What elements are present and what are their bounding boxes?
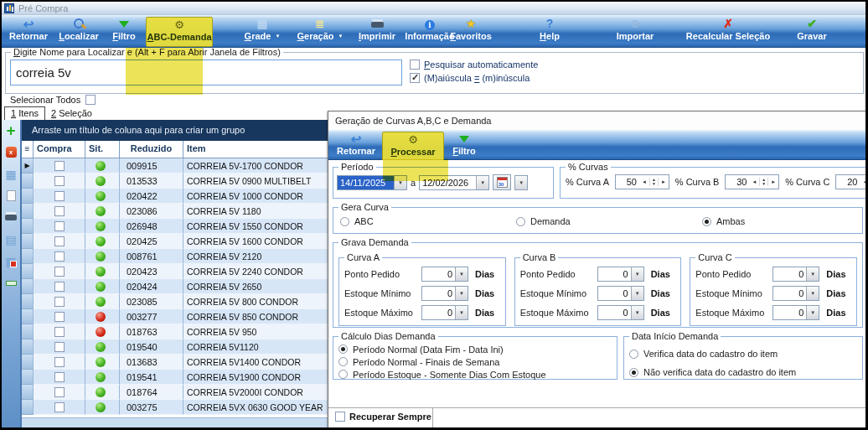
select-all-option[interactable]: Selecionar Todos [10,95,96,105]
estoque-m-ximo-dropdown[interactable]: 0▼ [597,305,644,320]
collapse-button[interactable] [4,276,18,290]
tab-2[interactable]: 2 Seleção [45,107,98,120]
spin-updown[interactable]: ▲▼ [649,178,659,186]
radio-unselected-icon[interactable] [338,370,348,379]
add-row-button[interactable]: + [4,123,18,137]
table-view-button[interactable]: ▤ [4,232,18,246]
dialog-toolbar-processar-button[interactable]: ⚙Processar [382,132,444,162]
compra-checkbox[interactable] [54,327,65,337]
compra-checkbox[interactable] [54,402,65,412]
chevron-down-icon[interactable]: ▼ [806,267,819,281]
spin-left-icon[interactable]: ◄ [749,179,759,184]
spin-right-icon[interactable]: ► [768,179,778,184]
toolbar-abc-demanda-button[interactable]: ⚙ABC-Demanda [146,17,213,47]
column-header-reduzido[interactable]: Reduzido [120,141,183,158]
radio-unselected-icon[interactable] [629,350,638,359]
toolbar-grade-button[interactable]: ▦Grade▼ [238,17,287,47]
compra-checkbox[interactable] [54,342,65,352]
toolbar-filtro-button[interactable]: Filtro [106,17,142,47]
toolbar-gera-o-button[interactable]: ≣Geração▼ [290,17,350,47]
calendar-dropdown[interactable]: ▼ [514,175,528,190]
delete-row-button[interactable]: x [4,145,18,159]
radio-selected-icon[interactable] [702,217,711,226]
compra-checkbox[interactable] [54,161,65,171]
dropdown-arrow-icon[interactable]: ▼ [338,34,344,39]
recuperar-sempre-option[interactable]: Recuperar Sempre [335,412,431,422]
select-all-checkbox[interactable] [85,95,96,105]
chevron-down-icon[interactable]: ▼ [631,306,643,319]
spin-left-icon[interactable]: ◄ [860,179,868,184]
toolbar-imprimir-button[interactable]: Imprimir [352,17,402,47]
chevron-down-icon[interactable]: ▼ [806,287,819,300]
compra-checkbox[interactable] [54,297,65,307]
column-header-compra[interactable]: Compra [34,141,85,158]
compra-checkbox[interactable] [54,206,65,216]
radio-selected-icon[interactable] [338,345,348,354]
toolbar-gravar-button[interactable]: ✔Gravar [789,17,834,47]
search-input[interactable] [10,60,402,85]
estoque-m-nimo-dropdown[interactable]: 0▼ [597,286,644,301]
estoque-m-ximo-dropdown[interactable]: 0▼ [772,305,819,320]
gera-curva-option[interactable]: Ambas [702,216,745,226]
estoque-m-ximo-dropdown[interactable]: 0▼ [421,305,468,320]
-curva-a-spinner[interactable]: 50◄▲▼► [615,174,669,189]
estoque-m-nimo-dropdown[interactable]: 0▼ [772,286,819,301]
tab-1[interactable]: 1 Itens [4,106,45,120]
ponto-pedido-dropdown[interactable]: 0▼ [772,267,819,282]
-curva-c-spinner[interactable]: 20◄▲▼► [835,174,868,189]
toolbar-retornar-button[interactable]: ↩Retornar [5,17,52,47]
data-inicio-option[interactable]: Verifica data do cadastro do item [629,345,862,363]
dropdown-arrow-icon[interactable]: ▼ [275,34,280,39]
compra-checkbox[interactable] [54,251,65,262]
compra-checkbox[interactable] [54,221,65,231]
chevron-down-icon[interactable]: ▼ [631,287,643,300]
-curva-b-spinner[interactable]: 30◄▲▼► [725,174,779,189]
spin-right-icon[interactable]: ► [659,179,669,184]
radio-selected-icon[interactable] [629,368,638,377]
dialog-toolbar-filtro-button[interactable]: Filtro [447,132,481,162]
data-inicio-option[interactable]: Não verifica data do cadastro do item [629,363,862,381]
printer-button[interactable] [4,210,18,225]
estoque-m-nimo-dropdown[interactable]: 0▼ [421,286,468,301]
radio-unselected-icon[interactable] [340,217,349,226]
grid-export-button[interactable]: ▦ [4,167,18,181]
auto-search-checkbox[interactable] [410,60,420,70]
calculo-dias-option[interactable]: Período Estoque - Somente Dias Com Estoq… [338,368,617,381]
recuperar-sempre-checkbox[interactable] [335,412,345,422]
radio-unselected-icon[interactable] [338,357,348,366]
column-header-sit[interactable]: Sit. [85,141,120,158]
chevron-down-icon[interactable]: ▼ [476,176,488,189]
compra-checkbox[interactable] [54,312,65,322]
toolbar-importar-button[interactable]: ⚙Importar [610,17,660,47]
compra-checkbox[interactable] [54,191,65,201]
calendar-button[interactable] [493,174,511,190]
toolbar-favoritos-button[interactable]: ★Favoritos [446,17,496,47]
auto-search-option[interactable]: Pesquisar automaticamente [410,58,538,71]
ponto-pedido-dropdown[interactable]: 0▼ [421,267,468,282]
grid-calculate-button[interactable]: ▦ [4,254,18,268]
chevron-down-icon[interactable]: ▼ [515,176,527,189]
chevron-down-icon[interactable]: ▼ [455,267,468,281]
spin-updown[interactable]: ▲▼ [759,178,768,186]
gera-curva-option[interactable]: Demanda [516,216,571,226]
toolbar-localizar-button[interactable]: Localizar [54,17,104,47]
case-option[interactable]: (M)aiúscula = (m)inúscula [410,71,538,85]
toolbar-recalcular-sele-o-button[interactable]: ✗Recalcular Seleção [682,17,774,47]
compra-checkbox[interactable] [54,236,65,246]
calculo-dias-option[interactable]: Período Normal (Data Fim - Data Ini) [338,343,617,355]
compra-checkbox[interactable] [54,267,65,277]
compra-checkbox[interactable] [54,387,65,397]
toolbar-help-button[interactable]: ?Help [533,17,566,47]
gera-curva-option[interactable]: ABC [340,216,374,226]
spin-left-icon[interactable]: ◄ [639,179,649,184]
compra-checkbox[interactable] [54,357,65,367]
chevron-down-icon[interactable]: ▼ [631,267,643,281]
chevron-down-icon[interactable]: ▼ [455,306,468,319]
chevron-down-icon[interactable]: ▼ [806,306,819,319]
dialog-toolbar-retornar-button[interactable]: ↩Retornar [332,132,380,162]
calculo-dias-option[interactable]: Período Normal - Finais de Semana [338,355,617,368]
case-insensitive-checkbox[interactable] [410,73,420,83]
compra-checkbox[interactable] [54,282,65,292]
compra-checkbox[interactable] [54,176,65,186]
ponto-pedido-dropdown[interactable]: 0▼ [597,267,644,282]
